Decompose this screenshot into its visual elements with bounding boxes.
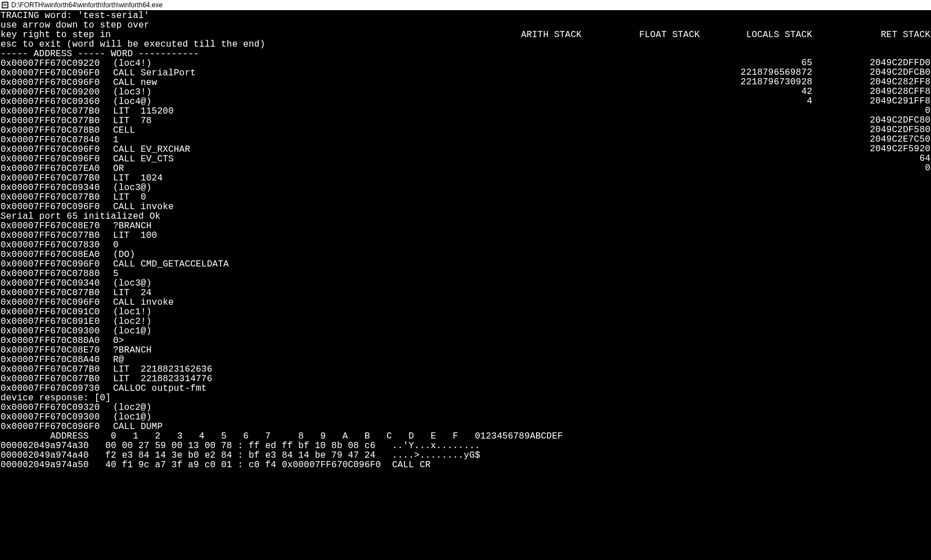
locals-stack-col: LOCALS STACK 652218796569872221879673092…: [700, 11, 812, 173]
trace-address: 0x00007FF670C09360: [1, 97, 113, 107]
trace-word: (DO): [113, 250, 135, 260]
trace-word: (loc1@): [113, 327, 152, 336]
trace-word: ?BRANCH: [113, 346, 152, 355]
trace-address: 0x00007FF670C091C0: [1, 308, 113, 317]
trace-row: 0x00007FF670C078805: [1, 269, 930, 279]
trace-word: 5: [113, 269, 119, 279]
trace-address: 0x00007FF670C08E70: [1, 222, 113, 231]
ret-stack-value: 2049C2DFFD0: [812, 58, 930, 68]
ret-stack-header: RET STACK: [812, 30, 930, 40]
trace-word: CALL EV_RXCHAR: [113, 145, 190, 155]
trace-word: CALL CMD_GETACCELDATA: [113, 260, 229, 269]
trace-word: CALL SerialPort: [113, 69, 196, 78]
trace-address: 0x00007FF670C096F0: [1, 145, 113, 155]
trace-address: 0x00007FF670C09220: [1, 59, 113, 69]
ret-stack-value: 2049C28CFF8: [812, 87, 930, 97]
trace-row: 0x00007FF670C077B0LIT 0: [1, 193, 930, 202]
svg-rect-3: [3, 5, 7, 6]
trace-address: 0x00007FF670C096F0: [1, 155, 113, 164]
trace-row: 0x00007FF670C077B0LIT 2218823162636: [1, 365, 930, 374]
trace-address: 0x00007FF670C096F0: [1, 422, 113, 432]
float-stack-header: FLOAT STACK: [582, 30, 700, 40]
trace-row: 0x00007FF670C09320(loc2@): [1, 403, 930, 413]
trace-word: LIT 115200: [113, 107, 174, 116]
ret-stack-value: 2049C291FF8: [812, 97, 930, 106]
trace-word: CALL DUMP: [113, 422, 163, 432]
trace-word: 0>: [113, 336, 124, 346]
trace-address: 0x00007FF670C077B0: [1, 116, 113, 126]
trace-row: 0x00007FF670C09730CALLOC output-fmt: [1, 384, 930, 394]
locals-stack-value: 65: [700, 58, 812, 68]
trace-address: 0x00007FF670C080A0: [1, 336, 113, 346]
trace-row: 0x00007FF670C077B0LIT 2218823314776: [1, 374, 930, 384]
trace-word: ?BRANCH: [113, 222, 152, 231]
trace-word: (loc4@): [113, 97, 152, 107]
trace-row: Serial port 65 initialized Ok: [1, 212, 930, 222]
trace-word: LIT 78: [113, 116, 152, 126]
ret-stack-value: 2049C2DFCB0: [812, 68, 930, 78]
trace-address: 0x00007FF670C077B0: [1, 107, 113, 116]
arith-stack-header: ARITH STACK: [469, 30, 582, 40]
trace-address: 0x00007FF670C09340: [1, 183, 113, 193]
locals-stack-header: LOCALS STACK: [700, 30, 812, 40]
trace-address: 0x00007FF670C077B0: [1, 374, 113, 384]
trace-address: 0x00007FF670C08EA0: [1, 250, 113, 260]
dump-row: 000002049a974a30 00 00 27 59 00 13 00 78…: [1, 441, 930, 451]
stack-columns: ARITH STACK FLOAT STACK LOCALS STACK 652…: [469, 11, 930, 173]
trace-row: 0x00007FF670C077B0LIT 24: [1, 288, 930, 298]
trace-word: (loc1!): [113, 308, 152, 317]
trace-message: Serial port 65 initialized Ok: [1, 212, 160, 222]
trace-word: CELL: [113, 126, 135, 136]
trace-row: 0x00007FF670C096F0CALL invoke: [1, 202, 930, 212]
trace-row: 0x00007FF670C08E70?BRANCH: [1, 346, 930, 355]
ret-stack-value: 0: [812, 106, 930, 116]
trace-word: (loc2!): [113, 317, 152, 327]
trace-row: 0x00007FF670C091C0(loc1!): [1, 308, 930, 317]
trace-address: 0x00007FF670C077B0: [1, 193, 113, 202]
trace-row: 0x00007FF670C08EA0(DO): [1, 250, 930, 260]
console-area[interactable]: TRACING word: 'test-serial'use arrow dow…: [0, 10, 931, 560]
trace-row: 0x00007FF670C08A40R@: [1, 355, 930, 365]
trace-word: LIT 2218823162636: [113, 365, 212, 374]
locals-stack-value: 2218796569872: [700, 68, 812, 78]
trace-word: LIT 100: [113, 231, 157, 241]
svg-rect-2: [3, 4, 7, 4]
trace-word: LIT 2218823314776: [113, 374, 212, 384]
trace-address: 0x00007FF670C09200: [1, 88, 113, 97]
window-titlebar[interactable]: D:\FORTH\winforth64\winforth\forth\winfo…: [0, 0, 931, 10]
locals-stack-value: 42: [700, 87, 812, 97]
trace-word: OR: [113, 164, 124, 174]
trace-word: LIT 1024: [113, 174, 163, 183]
trace-row: 0x00007FF670C08E70?BRANCH: [1, 222, 930, 231]
ret-stack-col: RET STACK 2049C2DFFD02049C2DFCB02049C282…: [812, 11, 930, 173]
trace-row: 0x00007FF670C096F0CALL DUMP: [1, 422, 930, 432]
trace-word: CALL invoke: [113, 202, 174, 212]
trace-word: CALL new: [113, 78, 157, 88]
trace-address: 0x00007FF670C096F0: [1, 260, 113, 269]
dump-row: 000002049a974a50 40 f1 9c a7 3f a9 c0 01…: [1, 460, 930, 470]
trace-message: device response: [0]: [1, 394, 111, 403]
trace-address: 0x00007FF670C09320: [1, 403, 113, 413]
ret-stack-value: 2049C2DFC80: [812, 116, 930, 125]
trace-address: 0x00007FF670C077B0: [1, 288, 113, 298]
trace-word: (loc3@): [113, 279, 152, 288]
trace-word: CALLOC output-fmt: [113, 384, 207, 394]
trace-row: 0x00007FF670C096F0CALL invoke: [1, 298, 930, 308]
trace-word: (loc2@): [113, 403, 152, 413]
trace-address: 0x00007FF670C08A40: [1, 355, 113, 365]
trace-row: 0x00007FF670C09300(loc1@): [1, 413, 930, 422]
trace-word: (loc1@): [113, 413, 152, 422]
app-window: D:\FORTH\winforth64\winforth\forth\winfo…: [0, 0, 931, 560]
trace-address: 0x00007FF670C09340: [1, 279, 113, 288]
locals-stack-value: 4: [700, 97, 812, 106]
ret-stack-value: 2049C282FF8: [812, 78, 930, 87]
ret-stack-value: 2049C2DF580: [812, 125, 930, 135]
float-stack-col: FLOAT STACK: [582, 11, 700, 173]
trace-row: 0x00007FF670C077B0LIT 100: [1, 231, 930, 241]
trace-address: 0x00007FF670C096F0: [1, 69, 113, 78]
trace-word: 1: [113, 136, 119, 145]
trace-row: 0x00007FF670C077B0LIT 1024: [1, 174, 930, 183]
trace-word: R@: [113, 355, 124, 365]
trace-address: 0x00007FF670C078B0: [1, 126, 113, 136]
trace-row: 0x00007FF670C096F0CALL CMD_GETACCELDATA: [1, 260, 930, 269]
